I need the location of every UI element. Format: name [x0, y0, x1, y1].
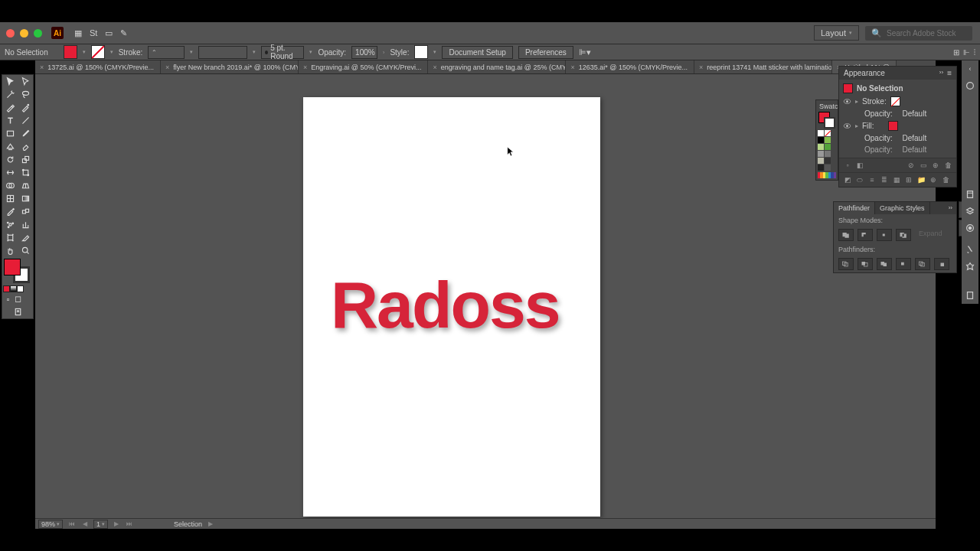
crop-icon[interactable] — [896, 258, 911, 270]
expand-icon[interactable]: ▸ — [855, 122, 858, 129]
slice-tool[interactable] — [18, 231, 33, 244]
document-tab[interactable]: ×Engraving.ai @ 50% (CMYK/Previ... — [299, 60, 428, 73]
chevron-down-icon[interactable]: ▾ — [433, 49, 436, 55]
next-artboard[interactable]: ▶ — [113, 520, 120, 527]
blend-tool[interactable] — [18, 205, 33, 218]
trash-icon[interactable]: 🗑 — [940, 174, 951, 185]
trim-icon[interactable] — [858, 258, 873, 270]
arrange-icon[interactable]: ▭ — [105, 28, 113, 38]
icon[interactable]: ⬭ — [854, 174, 865, 185]
first-artboard[interactable]: ⏮ — [67, 520, 77, 527]
asset-icon[interactable] — [962, 220, 978, 236]
shaper-tool[interactable] — [2, 140, 18, 153]
edit-toolbar[interactable] — [2, 305, 33, 318]
prev-artboard[interactable]: ◀ — [81, 520, 89, 527]
stock-icon[interactable]: St — [90, 28, 97, 38]
gpu-icon[interactable]: ✎ — [120, 28, 127, 38]
merge-icon[interactable] — [877, 258, 892, 270]
chevron-down-icon[interactable]: ▾ — [110, 49, 113, 55]
swatch[interactable] — [818, 130, 824, 136]
icon[interactable]: ◩ — [842, 174, 853, 185]
chevron-down-icon[interactable]: ▾ — [190, 49, 193, 55]
close-icon[interactable]: × — [433, 64, 436, 71]
appearance-header[interactable]: Appearance ››≡ — [839, 67, 956, 80]
chevron-down-icon[interactable]: ▾ — [83, 49, 86, 55]
symbols-icon[interactable] — [962, 258, 978, 275]
minus-back-icon[interactable] — [934, 258, 949, 270]
swatch[interactable] — [825, 158, 831, 164]
artboard-nav[interactable]: 1▾ — [93, 520, 108, 529]
swatch[interactable] — [818, 158, 824, 164]
style-swatch[interactable] — [414, 45, 428, 59]
grid-icon[interactable]: ⊞ — [953, 48, 959, 57]
document-tab[interactable]: ×flyer New branch 2019.ai* @ 100% (CMYK/… — [161, 60, 299, 73]
libraries-icon[interactable] — [962, 186, 978, 203]
swatch-none[interactable] — [825, 130, 831, 136]
layers-icon[interactable] — [962, 203, 978, 220]
properties-icon[interactable] — [962, 77, 978, 94]
shape-builder-tool[interactable] — [2, 179, 18, 192]
opacity-value[interactable]: 100% — [351, 46, 377, 59]
swatch[interactable] — [825, 137, 831, 143]
icon[interactable]: 📁 — [916, 174, 926, 185]
fill-swatch[interactable] — [64, 45, 77, 59]
stroke-value[interactable] — [890, 96, 900, 106]
document-tab[interactable]: ×12635.ai* @ 150% (CMYK/Previe... — [566, 60, 694, 73]
swatch[interactable] — [825, 151, 831, 157]
icon[interactable]: ⊕ — [928, 174, 939, 185]
close-window[interactable] — [6, 29, 15, 37]
fill-value[interactable] — [888, 121, 898, 131]
perspective-tool[interactable] — [18, 179, 33, 192]
gradient-mode[interactable] — [10, 285, 17, 292]
swatch[interactable] — [818, 151, 824, 157]
chevron-icon[interactable]: › — [383, 50, 384, 55]
menu-icon[interactable] — [974, 49, 975, 55]
document-setup-button[interactable]: Document Setup — [442, 46, 513, 59]
menu-icon[interactable]: ≡ — [947, 69, 952, 77]
swatch[interactable] — [818, 137, 824, 143]
icon[interactable]: ⊞ — [903, 174, 914, 185]
new-fill-icon[interactable]: ◧ — [854, 160, 865, 171]
screen-mode[interactable]: ▫ — [3, 294, 13, 304]
curvature-tool[interactable] — [18, 101, 33, 114]
tab-pathfinder[interactable]: Pathfinder — [834, 202, 875, 214]
last-artboard[interactable]: ⏭ — [125, 520, 134, 527]
magic-wand-tool[interactable] — [2, 88, 18, 101]
visibility-icon[interactable] — [843, 122, 851, 130]
brush-def[interactable]: 5 pt. Round — [261, 46, 304, 59]
swatches-mini-panel[interactable]: Swatc — [815, 99, 838, 181]
dup-icon[interactable]: ⊕ — [930, 160, 941, 171]
preferences-button[interactable]: Preferences — [518, 46, 573, 59]
lasso-tool[interactable] — [18, 88, 33, 101]
swatch[interactable] — [818, 165, 824, 171]
swatch[interactable] — [825, 165, 831, 171]
variable-width[interactable] — [198, 46, 247, 59]
close-icon[interactable]: × — [40, 64, 44, 71]
line-tool[interactable] — [18, 114, 33, 127]
color-spectrum[interactable] — [818, 172, 836, 178]
close-icon[interactable]: × — [570, 64, 574, 71]
tool-menu[interactable]: ▶ — [207, 520, 214, 527]
unite-icon[interactable] — [838, 229, 854, 241]
chevron-down-icon[interactable]: ▾ — [309, 49, 312, 55]
minus-front-icon[interactable] — [858, 229, 873, 241]
snap-icon[interactable]: ⊩ — [963, 48, 970, 57]
icon[interactable]: ≣ — [879, 174, 890, 185]
close-icon[interactable]: × — [165, 64, 169, 71]
zoom-level[interactable]: 98%▾ — [38, 520, 63, 529]
zoom-tool[interactable] — [18, 244, 33, 257]
search-stock[interactable]: 🔍 — [865, 26, 972, 41]
intersect-icon[interactable] — [877, 229, 892, 241]
width-tool[interactable] — [2, 166, 18, 179]
divide-icon[interactable] — [838, 258, 854, 270]
new-stroke-icon[interactable]: ▫ — [842, 160, 853, 171]
swatch[interactable] — [818, 144, 824, 150]
collapse-icon[interactable]: ›› — [939, 69, 943, 77]
rotate-tool[interactable] — [2, 153, 18, 166]
eraser-tool[interactable] — [18, 140, 33, 153]
collapse-icon[interactable]: ›› — [945, 202, 956, 214]
canvas[interactable]: Radoss — [35, 74, 936, 527]
close-icon[interactable]: × — [699, 64, 703, 71]
icon[interactable]: ≡ — [867, 174, 877, 185]
maximize-window[interactable] — [34, 29, 42, 37]
